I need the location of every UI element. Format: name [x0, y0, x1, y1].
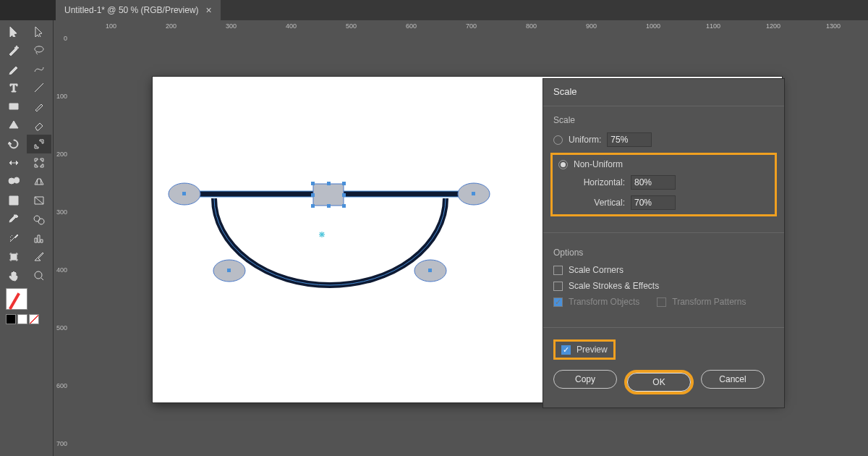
- tool-shape-builder[interactable]: [1, 172, 27, 191]
- tool-line[interactable]: [27, 78, 52, 97]
- uniform-radio[interactable]: [553, 135, 563, 145]
- section-label-scale: Scale: [553, 115, 774, 125]
- tool-artboard[interactable]: [1, 248, 27, 266]
- swatch-white[interactable]: [17, 314, 27, 324]
- tool-mesh[interactable]: [1, 191, 27, 210]
- document-tab[interactable]: Untitled-1* @ 50 % (RGB/Preview) ×: [56, 0, 221, 20]
- tool-pen[interactable]: [1, 59, 27, 78]
- ruler-tick: 600: [56, 382, 67, 389]
- ruler-vertical: 0100200300400500600700: [54, 20, 69, 456]
- scale-strokes-label: Scale Strokes & Effects: [569, 281, 659, 291]
- svg-rect-13: [311, 193, 315, 197]
- svg-rect-14: [342, 193, 346, 197]
- dialog-buttons: Copy OK Cancel: [543, 366, 784, 408]
- swatch-black[interactable]: [6, 314, 16, 324]
- tool-gradient[interactable]: [27, 191, 52, 210]
- scale-corners-label: Scale Corners: [569, 265, 624, 275]
- copy-button[interactable]: Copy: [553, 370, 617, 389]
- ruler-tick: 300: [56, 208, 67, 216]
- tool-rectangle[interactable]: [1, 97, 27, 116]
- ruler-tick: 100: [106, 22, 116, 30]
- tool-zoom[interactable]: [27, 266, 52, 285]
- divider: [543, 327, 784, 328]
- tab-title: Untitled-1* @ 50 % (RGB/Preview): [64, 5, 199, 15]
- tool-magic-wand[interactable]: [1, 41, 27, 59]
- divider: [543, 232, 784, 233]
- ruler-tick: 200: [166, 22, 176, 30]
- nonuniform-highlight: Non-Uniform Horizontal: 80% Vertical: 70…: [550, 153, 777, 216]
- ruler-tick: 1100: [706, 22, 720, 30]
- svg-rect-16: [327, 204, 331, 208]
- tool-symbol-sprayer[interactable]: [1, 229, 27, 248]
- ruler-tick: 400: [56, 266, 67, 274]
- tool-blend[interactable]: [27, 210, 52, 229]
- tool-paintbrush[interactable]: [27, 97, 52, 116]
- tool-lasso[interactable]: [27, 41, 52, 59]
- svg-rect-12: [342, 182, 346, 185]
- ruler-tick: 1200: [766, 22, 780, 30]
- ruler-tick: 300: [226, 22, 237, 30]
- ruler-tick: 400: [286, 22, 297, 30]
- ruler-tick: 1300: [826, 22, 841, 30]
- tool-scale[interactable]: [27, 135, 52, 153]
- ok-button[interactable]: OK: [627, 373, 691, 392]
- tool-width[interactable]: [1, 153, 27, 172]
- ruler-tick: 500: [56, 324, 67, 332]
- svg-rect-18: [182, 192, 186, 195]
- canvas-area[interactable]: Scale Scale Uniform: 75% Non-Uniform Hor…: [69, 33, 868, 456]
- ruler-tick: 200: [56, 151, 67, 158]
- tool-slice[interactable]: [27, 248, 52, 266]
- cancel-button[interactable]: Cancel: [701, 370, 765, 389]
- nonuniform-label: Non-Uniform: [574, 159, 623, 169]
- svg-rect-10: [311, 182, 315, 185]
- ok-highlight: OK: [624, 370, 694, 394]
- options-section: Options Scale Corners Scale Strokes & Ef…: [543, 239, 784, 321]
- horizontal-input[interactable]: 80%: [631, 175, 676, 190]
- tool-type[interactable]: [1, 78, 27, 97]
- vertical-input[interactable]: 70%: [631, 195, 676, 210]
- swatch-none[interactable]: [29, 314, 39, 324]
- tool-shaper[interactable]: [1, 116, 27, 135]
- scale-corners-checkbox[interactable]: [553, 266, 563, 275]
- svg-rect-17: [342, 204, 346, 208]
- svg-rect-11: [327, 182, 331, 185]
- ruler-tick: 900: [586, 22, 597, 30]
- transform-objects-checkbox: [553, 297, 563, 307]
- svg-rect-19: [472, 192, 475, 195]
- ruler-tick: 500: [346, 22, 357, 30]
- ruler-tick: 800: [526, 22, 537, 30]
- uniform-input[interactable]: 75%: [607, 132, 652, 147]
- ruler-tick: 1000: [646, 22, 660, 30]
- nonuniform-radio[interactable]: [558, 160, 568, 169]
- svg-rect-9: [313, 184, 344, 206]
- ruler-tick: 700: [56, 440, 67, 447]
- transform-patterns-checkbox: [657, 297, 666, 307]
- tool-direct-selection[interactable]: [27, 22, 52, 41]
- tool-rotate[interactable]: [1, 135, 27, 153]
- tool-free-transform[interactable]: [27, 153, 52, 172]
- tool-hand[interactable]: [1, 266, 27, 285]
- tool-eyedropper[interactable]: [1, 210, 27, 229]
- horizontal-label: Horizontal:: [570, 177, 625, 187]
- scale-dialog: Scale Scale Uniform: 75% Non-Uniform Hor…: [542, 78, 785, 408]
- tool-column-graph[interactable]: [27, 229, 52, 248]
- tool-selection[interactable]: [1, 22, 27, 41]
- fill-stroke-swatch[interactable]: [6, 288, 27, 310]
- dialog-title: Scale: [543, 79, 784, 106]
- tool-curvature[interactable]: [27, 59, 52, 78]
- tool-perspective[interactable]: [27, 172, 52, 191]
- section-label-options: Options: [553, 248, 774, 258]
- close-icon[interactable]: ×: [206, 4, 212, 16]
- transform-patterns-label: Transform Patterns: [672, 297, 746, 307]
- vertical-label: Vertical:: [570, 198, 625, 208]
- scale-strokes-checkbox[interactable]: [553, 282, 563, 291]
- swatch-area[interactable]: [1, 285, 51, 304]
- preview-label: Preview: [576, 345, 608, 355]
- titlebar: Untitled-1* @ 50 % (RGB/Preview) ×: [0, 0, 868, 20]
- svg-rect-20: [227, 269, 231, 272]
- ruler-tick: 100: [56, 93, 67, 100]
- svg-rect-15: [311, 204, 315, 208]
- preview-checkbox[interactable]: [561, 345, 571, 355]
- svg-rect-21: [428, 269, 432, 272]
- tool-eraser[interactable]: [27, 116, 52, 135]
